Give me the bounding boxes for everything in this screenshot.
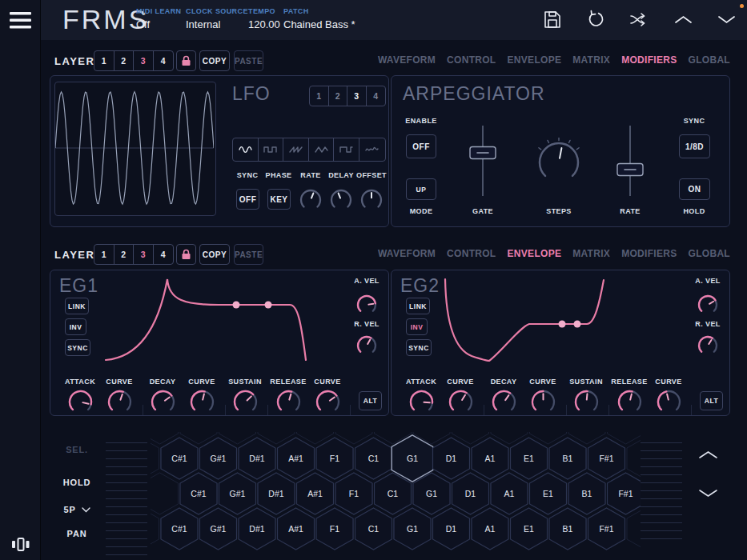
hold-label[interactable]: HOLD: [53, 478, 101, 487]
lfo-shape-triangle-icon[interactable]: [309, 138, 335, 161]
tab-envelope-1[interactable]: ENVELOPE: [508, 54, 562, 66]
tab-envelope-2[interactable]: ENVELOPE: [508, 248, 562, 259]
lfo-sync-button[interactable]: OFF: [236, 189, 259, 210]
lfo-shape-square-icon[interactable]: [259, 138, 284, 161]
hamburger-menu-icon[interactable]: [10, 12, 31, 29]
layer-button-1[interactable]: 1: [94, 245, 114, 264]
tab-control-1[interactable]: CONTROL: [447, 54, 496, 66]
save-icon[interactable]: [544, 10, 561, 29]
tab-control-2[interactable]: CONTROL: [447, 248, 496, 259]
pan-label[interactable]: PAN: [53, 529, 101, 538]
lfo-shape-saw-icon[interactable]: [283, 138, 309, 161]
lfo-select-3[interactable]: 3: [347, 86, 367, 106]
copy-button-2[interactable]: COPY: [199, 244, 230, 265]
eg2-inv-button[interactable]: INV: [406, 318, 428, 335]
pattern-dropdown[interactable]: 5P: [53, 505, 101, 514]
octave-down-chevron-icon[interactable]: [698, 488, 718, 498]
patch-next-chevron-down-icon[interactable]: [717, 14, 736, 25]
tab-matrix-2[interactable]: MATRIX: [572, 248, 610, 259]
patch-value[interactable]: Chained Bass *: [283, 18, 355, 30]
eg1-sustain-knob-4[interactable]: [229, 386, 262, 418]
paste-button-2[interactable]: PASTE: [234, 244, 263, 265]
layer-lock-button-2[interactable]: [176, 244, 196, 265]
tab-matrix-1[interactable]: MATRIX: [572, 54, 610, 66]
mixer-view-icon[interactable]: [10, 537, 30, 552]
tempo-value[interactable]: 120.00: [248, 18, 280, 30]
lfo-rate-knob[interactable]: [295, 185, 326, 215]
eg2-curve-knob-1[interactable]: [444, 386, 477, 418]
patch-prev-chevron-up-icon[interactable]: [674, 14, 693, 25]
eg2-release-knob-5[interactable]: [613, 386, 646, 418]
arp-steps-knob[interactable]: [534, 138, 584, 187]
clock-source-value[interactable]: Internal: [186, 18, 220, 30]
layer-button-4[interactable]: 4: [154, 51, 174, 70]
arp-mode-button[interactable]: UP: [406, 178, 436, 200]
eg2-decay-knob-2[interactable]: [488, 386, 520, 418]
note-label-C1-r2: C1: [388, 489, 399, 498]
lfo-shape-random-icon[interactable]: [359, 138, 385, 161]
paste-button-1[interactable]: PASTE: [234, 50, 263, 71]
layer-button-3[interactable]: 3: [134, 245, 154, 264]
tab-waveform-1[interactable]: WAVEFORM: [378, 54, 436, 66]
layer-button-2[interactable]: 2: [114, 51, 135, 70]
eg1-attack-knob-0[interactable]: [64, 386, 97, 418]
octave-up-chevron-icon[interactable]: [698, 450, 718, 460]
lfo-phase-button[interactable]: KEY: [267, 189, 291, 210]
eg1-curve-knob-6[interactable]: [311, 386, 344, 418]
eg2-link-button[interactable]: LINK: [406, 298, 430, 314]
tab-global-2[interactable]: GLOBAL: [689, 248, 730, 259]
eg2-curve-knob-3[interactable]: [527, 386, 560, 418]
eg2-sync-button[interactable]: SYNC: [406, 339, 432, 356]
arp-rate-slider[interactable]: [614, 118, 646, 204]
lfo-shape-pulse-icon[interactable]: [334, 138, 359, 161]
eg1-sync-button[interactable]: SYNC: [65, 339, 90, 356]
eg1-rvel-knob[interactable]: [352, 331, 381, 360]
note-label-D1-r1: D1: [446, 454, 457, 463]
eg1-curve-knob-1[interactable]: [103, 386, 136, 418]
layer-select-group-1: 1234: [94, 50, 174, 71]
eg1-curve-knob-3[interactable]: [186, 386, 219, 418]
copy-button-1[interactable]: COPY: [199, 50, 230, 71]
eg2-sustain-knob-4[interactable]: [570, 386, 603, 418]
tab-modifiers-1[interactable]: MODIFIERS: [621, 54, 677, 66]
layer-button-3[interactable]: 3: [134, 51, 154, 70]
eg2-avel-knob[interactable]: [693, 290, 722, 319]
midi-learn-value[interactable]: Off: [136, 18, 150, 30]
tab-waveform-2[interactable]: WAVEFORM: [378, 248, 436, 259]
eg1-release-knob-5[interactable]: [272, 386, 305, 418]
eg2-curve-display[interactable]: [437, 274, 693, 370]
layer-button-4[interactable]: 4: [154, 245, 174, 264]
eg1-curve-display[interactable]: [96, 274, 352, 370]
undo-icon[interactable]: [586, 10, 604, 29]
lfo-shape-sine-icon[interactable]: [233, 138, 259, 161]
layer-button-2[interactable]: 2: [114, 245, 135, 264]
arpeggiator-title: ARPEGGIATOR: [403, 83, 545, 105]
lfo-select-2[interactable]: 2: [329, 86, 348, 106]
lfo-select-4[interactable]: 4: [367, 86, 386, 106]
tab-global-1[interactable]: GLOBAL: [689, 54, 730, 66]
eg1-decay-knob-2[interactable]: [147, 386, 179, 418]
eg1-link-button[interactable]: LINK: [65, 298, 89, 314]
lfo-delay-knob[interactable]: [326, 185, 356, 215]
arp-hold-button[interactable]: ON: [679, 178, 710, 200]
arp-gate-slider[interactable]: [467, 118, 499, 204]
lfo-select-1[interactable]: 1: [310, 86, 329, 106]
eg1-avel-knob[interactable]: [352, 290, 381, 319]
eg2-alt-button[interactable]: ALT: [700, 391, 723, 410]
arp-enable-button[interactable]: OFF: [406, 134, 436, 158]
lock-icon: [181, 249, 191, 260]
layer-lock-button-1[interactable]: [176, 50, 196, 71]
lfo-offset-knob[interactable]: [356, 185, 387, 215]
arp-sync-button[interactable]: 1/8D: [679, 134, 710, 158]
eg2-attack-knob-0[interactable]: [405, 386, 438, 418]
clock-source-label: CLOCK SOURCE: [186, 7, 248, 15]
eg1-alt-button[interactable]: ALT: [359, 391, 382, 410]
layer-button-1[interactable]: 1: [94, 51, 114, 70]
eg1-inv-button[interactable]: INV: [65, 318, 86, 335]
tab-modifiers-2[interactable]: MODIFIERS: [621, 248, 677, 259]
shuffle-icon[interactable]: [629, 11, 649, 28]
eg2-rvel-knob[interactable]: [693, 331, 722, 360]
eg1-knob-label-3: CURVE: [188, 378, 215, 386]
note-label-B1-r3: B1: [563, 524, 573, 534]
eg2-curve-knob-6[interactable]: [653, 386, 685, 418]
